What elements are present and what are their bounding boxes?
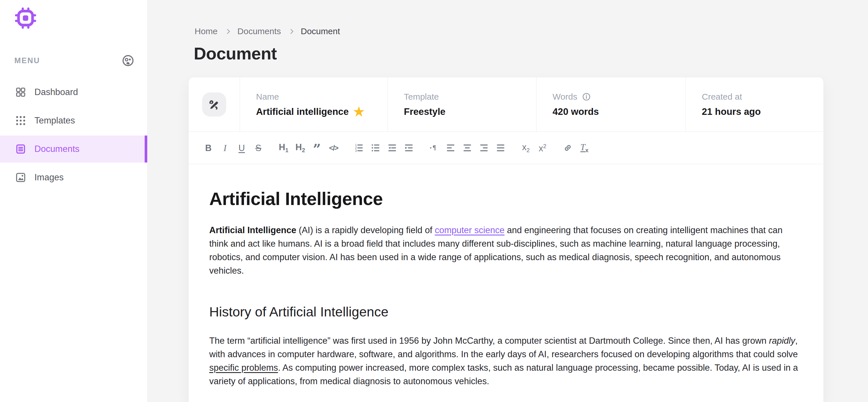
subscript-icon: x2 (522, 143, 530, 153)
meta-label: Created at (702, 92, 824, 102)
align-justify-icon (496, 143, 505, 153)
align-right-button[interactable] (476, 138, 492, 158)
code-icon: </> (329, 144, 338, 152)
meta-label: Name (256, 92, 388, 102)
strikethrough-button[interactable]: S (250, 138, 267, 158)
bold-button[interactable]: B (200, 138, 217, 158)
menu-header: MENU (14, 54, 135, 67)
heading2-button[interactable]: H2 (292, 138, 309, 158)
document-content[interactable]: Artificial Intelligence Artificial Intel… (189, 164, 824, 388)
heading1-icon: H1 (279, 143, 288, 153)
align-right-icon (479, 143, 489, 153)
document-type-tile (202, 92, 226, 117)
documents-icon (15, 143, 26, 155)
breadcrumb-item-home[interactable]: Home (195, 26, 218, 36)
doc-heading-1: Artificial Intelligence (209, 188, 803, 209)
meta-cell-name: Name Artificial intelligence ★ (240, 77, 388, 131)
menu-label: MENU (14, 56, 40, 65)
sidebar-item-templates[interactable]: Templates (0, 107, 147, 134)
unordered-list-icon (371, 143, 380, 153)
chevron-right-icon (288, 29, 293, 34)
meta-label: Template (404, 92, 536, 102)
doc-link[interactable]: computer science (435, 225, 505, 235)
meta-cell-words: Words 420 words (536, 77, 685, 131)
strikethrough-icon: S (255, 144, 261, 152)
indent-icon (404, 143, 414, 153)
sidebar-item-images[interactable]: Images (0, 164, 147, 191)
indent-button[interactable] (400, 138, 417, 158)
page-title: Document (194, 44, 277, 63)
breadcrumb-item-current: Document (301, 26, 340, 36)
meta-label: Words (553, 92, 577, 102)
word-count-value: 420 words (553, 106, 685, 117)
favorite-star-icon[interactable]: ★ (353, 107, 365, 116)
align-left-icon (446, 143, 456, 153)
toolbar-group: BIUS (200, 138, 267, 158)
toolbar-group: Tx (559, 138, 593, 158)
doc-text: The term “artificial intelligence” was f… (209, 336, 769, 346)
toolbar-group: 123 (350, 138, 417, 158)
link-icon (563, 143, 572, 153)
bold-icon: B (205, 144, 212, 152)
toolbar-group: ¶ (426, 138, 509, 158)
doc-text: rapidly (769, 336, 795, 346)
templates-icon (15, 115, 26, 126)
superscript-icon: x2 (539, 143, 547, 152)
editor-toolbar: BIUSH1H2”</>123¶x2x2Tx (189, 132, 824, 164)
sidebar-item-label: Dashboard (34, 87, 78, 97)
main-area: Home Documents Document Document Name Ar… (148, 0, 868, 402)
document-type-cell (189, 77, 240, 131)
align-center-icon (462, 143, 472, 153)
underline-icon: U (239, 144, 245, 152)
italic-button[interactable]: I (217, 138, 234, 158)
text-direction-button[interactable]: ¶ (426, 138, 442, 158)
sidebar-nav: Dashboard Templates Documents Images (0, 79, 147, 192)
align-left-button[interactable] (442, 138, 459, 158)
align-center-button[interactable] (459, 138, 476, 158)
dashboard-icon (15, 86, 26, 98)
italic-icon: I (224, 144, 226, 152)
doc-paragraph-1: Artificial Intelligence (AI) is a rapidl… (209, 223, 803, 277)
doc-paragraph-2: The term “artificial intelligence” was f… (209, 334, 803, 388)
sidebar-item-documents[interactable]: Documents (0, 135, 147, 162)
editor-card: Name Artificial intelligence ★ Template … (188, 77, 824, 402)
heading2-icon: H2 (296, 143, 305, 153)
doc-text: Artificial Intelligence (209, 225, 296, 235)
outdent-button[interactable] (384, 138, 400, 158)
info-icon[interactable] (582, 92, 591, 101)
underline-button[interactable]: U (234, 138, 250, 158)
outdent-icon (387, 143, 397, 153)
breadcrumb-item-documents[interactable]: Documents (237, 26, 281, 36)
svg-text:3: 3 (355, 149, 357, 152)
created-at-value: 21 hours ago (702, 106, 824, 117)
code-button[interactable]: </> (325, 138, 342, 158)
sidebar: MENU Dashboard Templates Documents Image… (0, 0, 148, 402)
toolbar-group: x2x2 (518, 138, 551, 158)
blockquote-button[interactable]: ” (309, 138, 325, 158)
unordered-list-button[interactable] (367, 138, 384, 158)
clear-format-button[interactable]: Tx (576, 138, 593, 158)
subscript-button[interactable]: x2 (518, 138, 534, 158)
meta-cell-created: Created at 21 hours ago (685, 77, 824, 131)
blockquote-icon: ” (313, 145, 321, 152)
breadcrumb: Home Documents Document (195, 26, 340, 36)
align-justify-button[interactable] (492, 138, 509, 158)
profile-icon[interactable] (121, 54, 135, 67)
doc-text: (AI) is a rapidly developing field of (296, 225, 435, 235)
link-button[interactable] (559, 138, 576, 158)
ordered-list-button[interactable]: 123 (350, 138, 367, 158)
svg-text:¶: ¶ (433, 144, 437, 151)
document-name-value: Artificial intelligence (256, 106, 349, 117)
text-direction-icon: ¶ (429, 143, 439, 153)
meta-bar: Name Artificial intelligence ★ Template … (189, 77, 824, 132)
quill-pen-icon (208, 98, 221, 111)
app-logo-icon (14, 7, 37, 29)
ordered-list-icon: 123 (354, 143, 364, 153)
meta-cell-template: Template Freestyle (388, 77, 536, 131)
clear-format-icon: Tx (580, 143, 588, 153)
heading1-button[interactable]: H1 (275, 138, 292, 158)
template-value: Freestyle (404, 106, 536, 117)
superscript-button[interactable]: x2 (534, 138, 551, 158)
sidebar-item-dashboard[interactable]: Dashboard (0, 79, 147, 106)
toolbar-group: H1H2”</> (275, 138, 342, 158)
